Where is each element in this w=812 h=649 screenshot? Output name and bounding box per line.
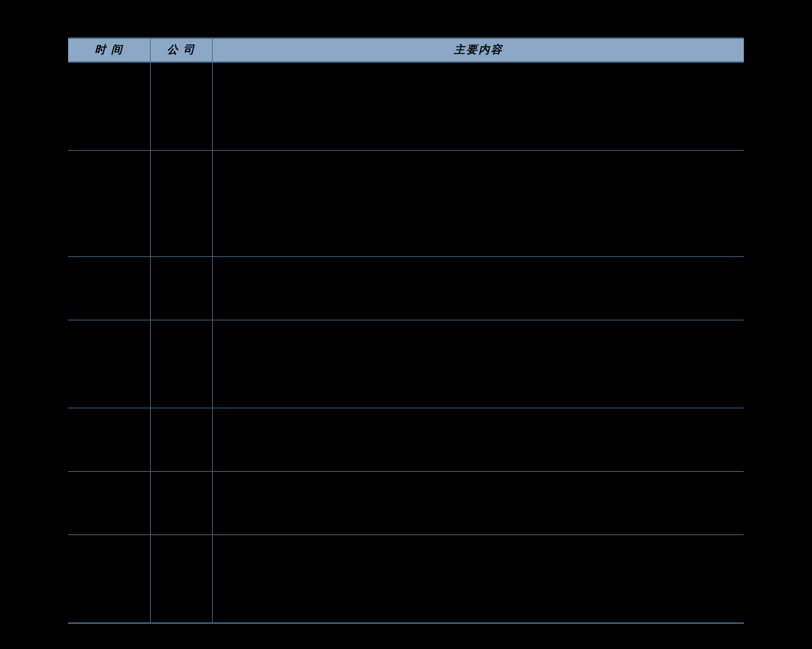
cell-time xyxy=(68,151,151,257)
table-row xyxy=(68,257,744,320)
cell-time xyxy=(68,320,151,408)
cell-time xyxy=(68,257,151,320)
cell-company xyxy=(151,535,213,624)
cell-company xyxy=(151,62,213,151)
cell-content xyxy=(213,320,745,408)
cell-company xyxy=(151,408,213,472)
cell-company xyxy=(151,320,213,408)
cell-time xyxy=(68,62,151,151)
table-row xyxy=(68,408,744,472)
cell-time xyxy=(68,408,151,472)
table-row xyxy=(68,151,744,257)
data-table: 时 间 公 司 主要内容 xyxy=(68,37,744,624)
header-company: 公 司 xyxy=(151,38,213,62)
table-header-row: 时 间 公 司 主要内容 xyxy=(68,38,744,62)
table-row xyxy=(68,535,744,624)
cell-content xyxy=(213,472,745,535)
cell-content xyxy=(213,535,745,624)
cell-time xyxy=(68,535,151,624)
cell-company xyxy=(151,151,213,257)
header-time: 时 间 xyxy=(68,38,151,62)
cell-company xyxy=(151,472,213,535)
cell-content xyxy=(213,408,745,472)
cell-content xyxy=(213,62,745,151)
table-row xyxy=(68,320,744,408)
header-content: 主要内容 xyxy=(213,38,745,62)
cell-content xyxy=(213,151,745,257)
table-container: 时 间 公 司 主要内容 xyxy=(0,0,812,624)
cell-content xyxy=(213,257,745,320)
cell-time xyxy=(68,472,151,535)
cell-company xyxy=(151,257,213,320)
table-row xyxy=(68,62,744,151)
table-row xyxy=(68,472,744,535)
